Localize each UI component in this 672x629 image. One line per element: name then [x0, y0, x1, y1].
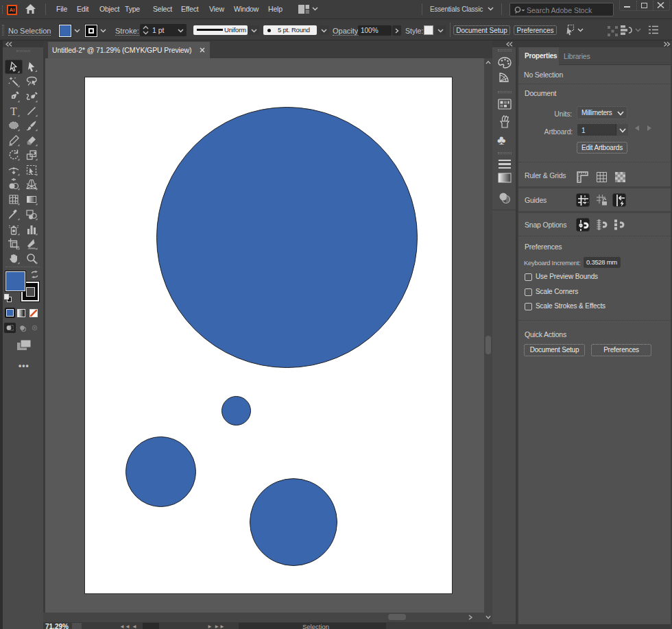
- svg-text:T: T: [10, 105, 17, 116]
